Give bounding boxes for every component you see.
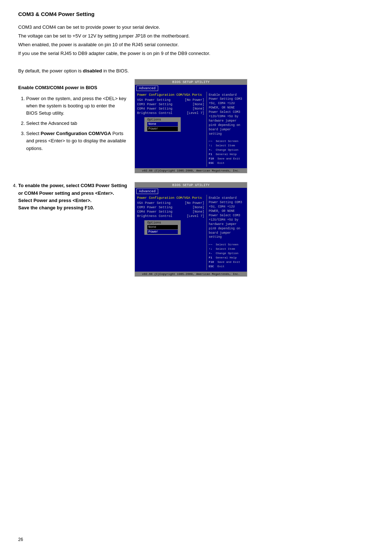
page-title: COM3 & COM4 Power Setting [18, 11, 374, 17]
intro-p4: If you use the serial RJ45 to DB9 adapte… [18, 50, 374, 57]
bios-section-title-2: Power Configuration COM/VGA Ports [137, 196, 204, 200]
section-title: Enable COM3/COM4 power in BIOS [18, 84, 127, 91]
step4-list: To enable the power, select COM3 Power S… [18, 182, 127, 212]
step-3: Select Power Configuration COM/VGA Ports… [26, 130, 127, 152]
bios-footer-1: v02.68 (C)Copyright 1985-2009, American … [135, 168, 247, 173]
bios-header-1: BIOS SETUP UTILITY [135, 79, 247, 85]
bios-options-2: Options None Power [144, 220, 181, 235]
bios-sidebar-2: Enable standard Power Setting COM3 +5U, … [207, 195, 247, 270]
step4-section: To enable the power, select COM3 Power S… [18, 182, 374, 277]
bios-sidebar-text-2: Enable standard Power Setting COM3 +5U, … [209, 196, 245, 240]
bios-section-title-1: Power Configuration COM/VGA Ports [137, 93, 204, 97]
step-1: Power on the system, and press the <DEL>… [26, 95, 127, 117]
page-number: 26 [18, 537, 23, 542]
default-note: By default, the power option is disabled… [18, 68, 374, 74]
bios-row-com4-2: COM4 Power Setting [None] [137, 210, 204, 214]
bios-body-2: Power Configuration COM/VGA Ports VGA Po… [135, 195, 247, 270]
step-2: Select the Advanced tab [26, 120, 127, 127]
intro-p2: The voltage can be set to +5V or 12V by … [18, 32, 374, 40]
option-none-1: None [147, 122, 178, 126]
steps-ordered-list: Power on the system, and press the <DEL>… [18, 95, 127, 152]
steps-list: Enable COM3/COM4 power in BIOS Power on … [18, 79, 127, 155]
bios-row-com3-2: COM3 Power Setting [None] [137, 206, 204, 209]
bios-main-2: Power Configuration COM/VGA Ports VGA Po… [135, 195, 207, 270]
option-power-1: Power [147, 127, 178, 131]
option-power-2: Power [147, 230, 178, 234]
bios-main-1: Power Configuration COM/VGA Ports VGA Po… [135, 92, 207, 167]
bios-row-com3-1: COM3 Power Setting [None] [137, 103, 204, 106]
bios-footer-2: v02.68 (C)Copyright 1985-2009, American … [135, 272, 247, 276]
bios-sidebar-text-1: Enable standard Power Setting COM3 +5U, … [209, 93, 245, 137]
bios-sidebar-1: Enable standard Power Setting COM3 +5U, … [207, 92, 247, 167]
bios-keybinds-2: ←→ Select Screen ↑↓ Select Item +- Chang… [209, 242, 245, 269]
intro-section: COM3 and COM4 can be set to provide powe… [18, 24, 374, 58]
bios-row-com4-1: COM4 Power Setting [None] [137, 107, 204, 111]
bios-row-vga-1: VGA Power Setting [No Power] [137, 98, 204, 102]
bios-row-brightness-2: Brightness Control [Level 7] [137, 214, 204, 218]
bios-tab-bar-2: Advanced [135, 188, 247, 195]
bios-row-vga-2: VGA Power Setting [No Power] [137, 201, 204, 205]
bios-screenshot-1: BIOS SETUP UTILITY Advanced Power Config… [135, 79, 247, 174]
bios-row-brightness-1: Brightness Control [Level 7] [137, 111, 204, 115]
option-none-2: None [147, 225, 178, 229]
bios-keybinds-1: ←→ Select Screen ↑↓ Select Item +- Chang… [209, 139, 245, 165]
bios-options-1: Options None Power [144, 117, 181, 132]
step4-text: To enable the power, select COM3 Power S… [18, 182, 127, 212]
steps-section: Enable COM3/COM4 power in BIOS Power on … [18, 79, 374, 174]
intro-p3: When enabled, the power is available on … [18, 41, 374, 48]
intro-p1: COM3 and COM4 can be set to provide powe… [18, 24, 374, 31]
bios-body-1: Power Configuration COM/VGA Ports VGA Po… [135, 92, 247, 167]
bios-header-2: BIOS SETUP UTILITY [135, 182, 247, 188]
bios-screenshot-2: BIOS SETUP UTILITY Advanced Power Config… [135, 182, 247, 277]
bios-tab-bar-1: Advanced [135, 85, 247, 92]
bios-tab-advanced-2: Advanced [136, 189, 158, 194]
bios-tab-advanced-1: Advanced [136, 86, 158, 91]
step-4: To enable the power, select COM3 Power S… [18, 182, 127, 212]
